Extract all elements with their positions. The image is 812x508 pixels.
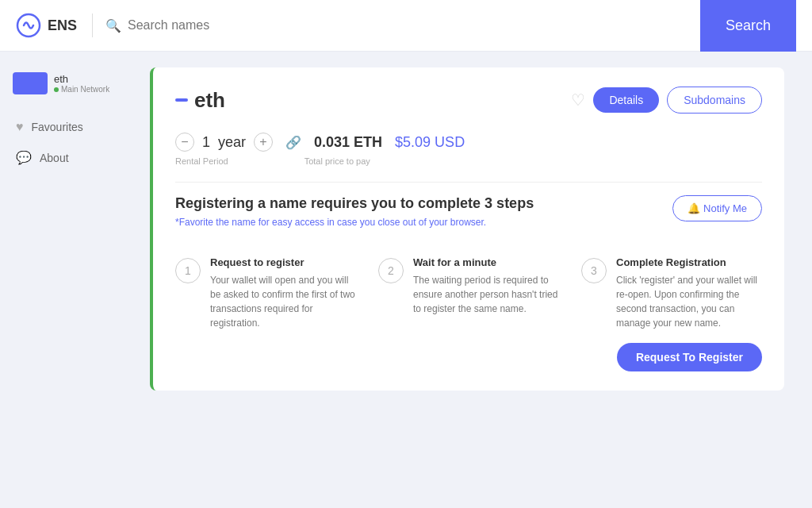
year-count: 1 bbox=[202, 134, 210, 151]
main-content: eth ♡ Details Subdomains − 1 year + 🔗 0.… bbox=[131, 52, 812, 508]
step-2: 2 Wait for a minute The waiting period i… bbox=[378, 256, 559, 316]
search-button[interactable]: Search bbox=[700, 0, 796, 52]
favourite-icon[interactable]: ♡ bbox=[571, 90, 585, 110]
link-icon: 🔗 bbox=[285, 135, 301, 150]
header: ENS 🔍 Search bbox=[0, 0, 812, 52]
sidebar-item-label: About bbox=[40, 152, 69, 164]
step-2-desc: The waiting period is required to ensure… bbox=[413, 273, 559, 316]
total-price-label: Total price to pay bbox=[304, 156, 370, 166]
details-button[interactable]: Details bbox=[593, 87, 659, 113]
step-2-title: Wait for a minute bbox=[413, 256, 559, 268]
chat-icon: 💬 bbox=[16, 150, 32, 165]
sidebar-account[interactable]: eth Main Network bbox=[0, 64, 131, 102]
steps-title-block: Registering a name requires you to compl… bbox=[175, 195, 534, 244]
header-divider bbox=[92, 13, 93, 37]
pricing-row: − 1 year + 🔗 0.031 ETH $5.09 USD bbox=[175, 133, 762, 152]
step-2-number: 2 bbox=[378, 258, 404, 283]
divider bbox=[175, 182, 762, 183]
search-icon: 🔍 bbox=[105, 18, 121, 33]
name-highlight bbox=[175, 98, 188, 102]
year-control: − 1 year + bbox=[175, 133, 273, 152]
sidebar: eth Main Network ♥ Favourites 💬 About bbox=[0, 52, 131, 508]
notify-button[interactable]: 🔔 Notify Me bbox=[672, 195, 762, 221]
name-actions: ♡ Details Subdomains bbox=[571, 87, 762, 114]
step-3-title: Complete Registration bbox=[616, 256, 762, 268]
step-1-content: Request to register Your wallet will ope… bbox=[210, 256, 356, 330]
step-2-content: Wait for a minute The waiting period is … bbox=[413, 256, 559, 316]
step-3-content: Complete Registration Click 'register' a… bbox=[616, 256, 762, 330]
sidebar-nav: ♥ Favourites 💬 About bbox=[0, 112, 131, 173]
name-header: eth ♡ Details Subdomains bbox=[175, 87, 762, 114]
account-network: Main Network bbox=[54, 85, 109, 94]
step-1-desc: Your wallet will open and you will be as… bbox=[210, 273, 356, 330]
ens-logo-icon bbox=[16, 13, 41, 38]
registration-card: eth ♡ Details Subdomains − 1 year + 🔗 0.… bbox=[150, 67, 784, 391]
account-info: eth Main Network bbox=[54, 73, 109, 94]
network-dot bbox=[54, 87, 59, 92]
logo: ENS bbox=[16, 13, 79, 38]
price-usd: $5.09 USD bbox=[395, 134, 465, 151]
steps-subtitle: *Favorite the name for easy access in ca… bbox=[175, 217, 534, 228]
price-eth: 0.031 ETH bbox=[314, 134, 382, 151]
step-3: 3 Complete Registration Click 'register'… bbox=[581, 256, 762, 330]
step-1-title: Request to register bbox=[210, 256, 356, 268]
subdomains-button[interactable]: Subdomains bbox=[667, 87, 762, 114]
step-3-desc: Click 'register' and your wallet will re… bbox=[616, 273, 762, 330]
pricing-labels: Rental Period Total price to pay bbox=[175, 156, 762, 166]
name-title: eth bbox=[175, 88, 225, 113]
steps-title: Registering a name requires you to compl… bbox=[175, 195, 534, 212]
step-1-number: 1 bbox=[175, 258, 201, 283]
search-bar: 🔍 bbox=[105, 18, 700, 33]
search-input[interactable] bbox=[128, 18, 700, 33]
layout: eth Main Network ♥ Favourites 💬 About bbox=[0, 52, 812, 508]
year-label: year bbox=[218, 134, 246, 151]
rental-period-label: Rental Period bbox=[175, 156, 228, 166]
heart-icon: ♥ bbox=[16, 120, 24, 134]
step-1: 1 Request to register Your wallet will o… bbox=[175, 256, 356, 330]
sidebar-item-favourites[interactable]: ♥ Favourites bbox=[0, 112, 131, 142]
year-increment-button[interactable]: + bbox=[254, 133, 273, 152]
logo-text: ENS bbox=[48, 17, 77, 34]
account-avatar bbox=[13, 72, 48, 94]
steps-header: Registering a name requires you to compl… bbox=[175, 195, 762, 244]
sidebar-item-about[interactable]: 💬 About bbox=[0, 142, 131, 173]
step-3-number: 3 bbox=[581, 258, 607, 283]
name-suffix: eth bbox=[194, 88, 225, 113]
sidebar-item-label: Favourites bbox=[32, 121, 83, 133]
account-name: eth bbox=[54, 73, 109, 85]
steps-row: 1 Request to register Your wallet will o… bbox=[175, 256, 762, 330]
year-decrement-button[interactable]: − bbox=[175, 133, 194, 152]
register-button[interactable]: Request To Register bbox=[617, 343, 762, 371]
